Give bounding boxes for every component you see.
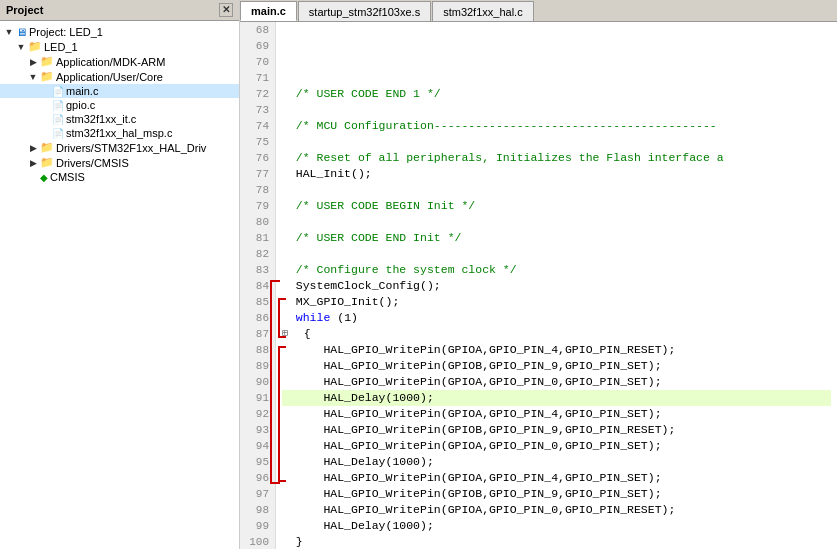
folder-icon: 📁 bbox=[40, 156, 54, 169]
code-lines[interactable]: /* USER CODE END 1 */ /* MCU Configurati… bbox=[276, 22, 837, 549]
tree-item-label: main.c bbox=[66, 85, 98, 97]
code-line bbox=[282, 214, 831, 230]
sidebar-item-drivers-cmsis[interactable]: ▶📁 Drivers/CMSIS bbox=[0, 155, 239, 170]
file-icon: 📄 bbox=[52, 114, 64, 125]
code-line: SystemClock_Config(); bbox=[282, 278, 831, 294]
bracket-expand-icon: ⊞ bbox=[282, 326, 288, 342]
tree-item-label: gpio.c bbox=[66, 99, 95, 111]
tab-hal-tab[interactable]: stm32f1xx_hal.c bbox=[432, 1, 533, 21]
code-line: HAL_GPIO_WritePin(GPIOB,GPIO_PIN_9,GPIO_… bbox=[282, 486, 831, 502]
sidebar-item-led1[interactable]: ▼📁 LED_1 bbox=[0, 39, 239, 54]
tree-item-label: Application/User/Core bbox=[56, 71, 163, 83]
file-icon: 📄 bbox=[52, 128, 64, 139]
code-line bbox=[282, 134, 831, 150]
code-line: /* USER CODE END 1 */ bbox=[282, 86, 831, 102]
expand-icon: ▶ bbox=[28, 57, 38, 67]
sidebar-title: Project bbox=[6, 4, 43, 16]
file-icon: 📄 bbox=[52, 100, 64, 111]
expand-icon: ▶ bbox=[28, 143, 38, 153]
folder-icon: 📁 bbox=[28, 40, 42, 53]
tree-item-label: Drivers/STM32F1xx_HAL_Driv bbox=[56, 142, 206, 154]
code-line: HAL_Delay(1000); bbox=[282, 454, 831, 470]
sidebar-item-project-root[interactable]: ▼🖥 Project: LED_1 bbox=[0, 25, 239, 39]
tab-main-c-tab[interactable]: main.c bbox=[240, 1, 297, 21]
code-line: HAL_GPIO_WritePin(GPIOA,GPIO_PIN_4,GPIO_… bbox=[282, 406, 831, 422]
tabs-bar: main.cstartup_stm32f103xe.sstm32f1xx_hal… bbox=[240, 0, 837, 22]
folder-icon: 📁 bbox=[40, 141, 54, 154]
sidebar-item-main-c[interactable]: 📄 main.c bbox=[0, 84, 239, 98]
expand-icon: ▼ bbox=[16, 42, 26, 52]
editor-area: main.cstartup_stm32f103xe.sstm32f1xx_hal… bbox=[240, 0, 837, 549]
sidebar-item-drivers-hal[interactable]: ▶📁 Drivers/STM32F1xx_HAL_Driv bbox=[0, 140, 239, 155]
code-line: HAL_GPIO_WritePin(GPIOA,GPIO_PIN_4,GPIO_… bbox=[282, 470, 831, 486]
code-line bbox=[282, 70, 831, 86]
file-icon: 📄 bbox=[52, 86, 64, 97]
tree-item-label: LED_1 bbox=[44, 41, 78, 53]
expand-icon: ▼ bbox=[4, 27, 14, 37]
code-line: HAL_Init(); bbox=[282, 166, 831, 182]
code-wrapper: /* USER CODE END 1 */ /* MCU Configurati… bbox=[276, 22, 837, 549]
code-line bbox=[282, 102, 831, 118]
code-line: HAL_GPIO_WritePin(GPIOA,GPIO_PIN_0,GPIO_… bbox=[282, 502, 831, 518]
tree-item-label: Drivers/CMSIS bbox=[56, 157, 129, 169]
code-line: HAL_Delay(1000); bbox=[282, 390, 831, 406]
sidebar-item-stm32f1xx-hal-msp[interactable]: 📄 stm32f1xx_hal_msp.c bbox=[0, 126, 239, 140]
line-numbers: 6869707172737475767778798081828384858687… bbox=[240, 22, 276, 549]
sidebar-item-stm32f1xx-it[interactable]: 📄 stm32f1xx_it.c bbox=[0, 112, 239, 126]
code-line: MX_GPIO_Init(); bbox=[282, 294, 831, 310]
code-line: HAL_GPIO_WritePin(GPIOB,GPIO_PIN_9,GPIO_… bbox=[282, 358, 831, 374]
sidebar: Project ✕ ▼🖥 Project: LED_1▼📁 LED_1▶📁 Ap… bbox=[0, 0, 240, 549]
code-line: /* USER CODE END Init */ bbox=[282, 230, 831, 246]
tree-item-label: CMSIS bbox=[50, 171, 85, 183]
sidebar-item-cmsis[interactable]: ◆ CMSIS bbox=[0, 170, 239, 184]
code-line: /* MCU Configuration--------------------… bbox=[282, 118, 831, 134]
tree-item-label: stm32f1xx_it.c bbox=[66, 113, 136, 125]
sidebar-close-button[interactable]: ✕ bbox=[219, 3, 233, 17]
sidebar-header: Project ✕ bbox=[0, 0, 239, 21]
expand-icon: ▶ bbox=[28, 158, 38, 168]
code-line: ⊞ { bbox=[282, 326, 831, 342]
tab-startup-tab[interactable]: startup_stm32f103xe.s bbox=[298, 1, 431, 21]
code-line: HAL_Delay(1000); bbox=[282, 518, 831, 534]
code-line: /* USER CODE BEGIN Init */ bbox=[282, 198, 831, 214]
diamond-icon: ◆ bbox=[40, 172, 48, 183]
sidebar-item-gpio-c[interactable]: 📄 gpio.c bbox=[0, 98, 239, 112]
folder-icon: 📁 bbox=[40, 70, 54, 83]
sidebar-item-app-core[interactable]: ▼📁 Application/User/Core bbox=[0, 69, 239, 84]
code-line: /* Reset of all peripherals, Initializes… bbox=[282, 150, 831, 166]
code-line: /* Configure the system clock */ bbox=[282, 262, 831, 278]
code-line bbox=[282, 246, 831, 262]
code-container[interactable]: 6869707172737475767778798081828384858687… bbox=[240, 22, 837, 549]
code-line: while (1) bbox=[282, 310, 831, 326]
code-line: } bbox=[282, 534, 831, 549]
code-line: HAL_GPIO_WritePin(GPIOA,GPIO_PIN_0,GPIO_… bbox=[282, 438, 831, 454]
folder-icon: 📁 bbox=[40, 55, 54, 68]
expand-icon: ▼ bbox=[28, 72, 38, 82]
tree-item-label: stm32f1xx_hal_msp.c bbox=[66, 127, 172, 139]
sidebar-item-app-mdk[interactable]: ▶📁 Application/MDK-ARM bbox=[0, 54, 239, 69]
code-line: HAL_GPIO_WritePin(GPIOB,GPIO_PIN_9,GPIO_… bbox=[282, 422, 831, 438]
code-line: HAL_GPIO_WritePin(GPIOA,GPIO_PIN_0,GPIO_… bbox=[282, 374, 831, 390]
sidebar-tree: ▼🖥 Project: LED_1▼📁 LED_1▶📁 Application/… bbox=[0, 21, 239, 549]
sidebar-header-controls: ✕ bbox=[219, 3, 233, 17]
tree-item-label: Application/MDK-ARM bbox=[56, 56, 165, 68]
tree-item-label: Project: LED_1 bbox=[29, 26, 103, 38]
code-line bbox=[282, 182, 831, 198]
code-line: HAL_GPIO_WritePin(GPIOA,GPIO_PIN_4,GPIO_… bbox=[282, 342, 831, 358]
project-icon: 🖥 bbox=[16, 26, 27, 38]
